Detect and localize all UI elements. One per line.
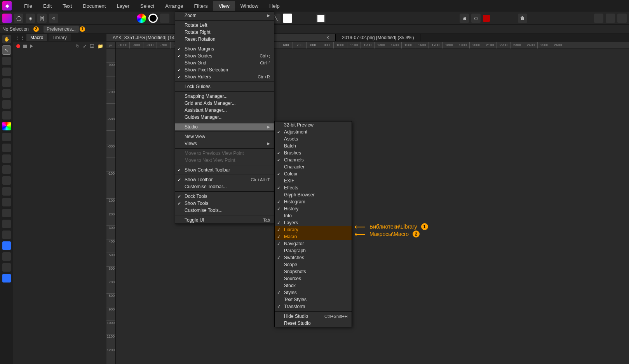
tool-btn[interactable]: ∝ xyxy=(49,14,58,23)
bw-icon[interactable] xyxy=(148,14,158,23)
color-picker-tool[interactable] xyxy=(2,57,11,65)
menu-filters[interactable]: Filters xyxy=(188,1,213,11)
flood-tool[interactable] xyxy=(2,111,11,120)
menu-item-grid-and-axis-manager-[interactable]: Grid and Axis Manager... xyxy=(175,100,274,107)
menu-document[interactable]: Document xyxy=(77,1,111,11)
erase-tool[interactable] xyxy=(2,144,11,152)
node-tool[interactable] xyxy=(2,209,11,217)
menu-item-guides-manager-[interactable]: Guides Manager... xyxy=(175,114,274,121)
shape-tool[interactable] xyxy=(2,220,11,228)
studio-item-transform[interactable]: ✓Transform xyxy=(275,303,352,310)
tool-btn[interactable] xyxy=(316,14,326,23)
studio-item-adjustment[interactable]: ✓Adjustment xyxy=(275,128,352,135)
studio-item-assets[interactable]: Assets xyxy=(275,135,352,142)
text-tool[interactable] xyxy=(2,231,11,239)
menu-item-assistant-manager-[interactable]: Assistant Manager... xyxy=(175,107,274,114)
tab-macro[interactable]: Macro xyxy=(26,34,47,41)
studio-item-character[interactable]: Character xyxy=(275,163,352,170)
record-button[interactable] xyxy=(16,44,20,48)
studio-item-colour[interactable]: ✓Colour xyxy=(275,170,352,177)
drag-handle-icon[interactable]: ⋮⋮ xyxy=(16,35,25,40)
menu-edit[interactable]: Edit xyxy=(38,1,57,11)
reset-icon[interactable]: ↻ xyxy=(76,43,80,49)
menu-item-show-margins[interactable]: ✓Show Margins xyxy=(175,45,274,52)
wand-tool[interactable] xyxy=(2,89,11,98)
menu-arrange[interactable]: Arrange xyxy=(160,1,188,11)
view-tool[interactable] xyxy=(2,263,11,272)
tool-btn[interactable] xyxy=(617,14,627,23)
studio-item-histogram[interactable]: ✓Histogram xyxy=(275,198,352,205)
tab-library[interactable]: Library xyxy=(49,34,71,41)
menu-item-reset-rotation[interactable]: Reset Rotation xyxy=(175,36,274,43)
tool-btn[interactable] xyxy=(160,14,169,23)
studio-item-styles[interactable]: ✓Styles xyxy=(275,289,352,296)
menu-item-zoom[interactable]: Zoom▶ xyxy=(175,12,274,19)
blur-tool[interactable] xyxy=(2,176,11,185)
dodge-tool[interactable] xyxy=(2,165,11,174)
hand-tool[interactable]: ✋ xyxy=(2,35,11,43)
studio-item-exif[interactable]: EXIF xyxy=(275,177,352,184)
studio-item-batch[interactable]: Batch xyxy=(275,142,352,149)
trash-icon[interactable]: 🗑 xyxy=(518,14,527,23)
close-icon[interactable]: × xyxy=(326,35,329,40)
pen-tool[interactable] xyxy=(2,198,11,206)
studio-item-history[interactable]: ✓History xyxy=(275,205,352,212)
mesh-tool[interactable] xyxy=(2,252,11,261)
menu-item-show-tools[interactable]: ✓Show Tools xyxy=(175,200,274,207)
stop-button[interactable] xyxy=(23,45,27,48)
save-icon[interactable]: 🖫 xyxy=(90,43,94,49)
studio-item-stock[interactable]: Stock xyxy=(275,282,352,289)
studio-item-info[interactable]: Info xyxy=(275,212,352,219)
expand-icon[interactable]: ⤢ xyxy=(83,43,87,49)
color-wheel-icon[interactable] xyxy=(137,14,146,23)
menu-item-rotate-left[interactable]: Rotate Left xyxy=(175,22,274,29)
menu-item-show-grid[interactable]: Show GridCtrl+' xyxy=(175,59,274,66)
studio-item-brushes[interactable]: ✓Brushes xyxy=(275,149,352,156)
menu-item-customise-tools-[interactable]: Customise Tools... xyxy=(175,207,274,214)
menu-view[interactable]: View xyxy=(213,1,235,11)
menu-item-show-context-toolbar[interactable]: ✓Show Context Toolbar xyxy=(175,166,274,173)
studio-item-channels[interactable]: ✓Channels xyxy=(275,156,352,163)
tool-btn[interactable]: ◯ xyxy=(14,14,23,23)
document-tab[interactable]: 2019-07-02.png [Modified] (35.3%) xyxy=(336,34,420,41)
gradient-tool[interactable] xyxy=(2,122,11,130)
menu-window[interactable]: Window xyxy=(235,1,264,11)
menu-help[interactable]: Help xyxy=(264,1,285,11)
menu-item-views[interactable]: Views▶ xyxy=(175,140,274,147)
studio-item-library[interactable]: ✓Library xyxy=(275,226,352,233)
menu-select[interactable]: Select xyxy=(135,1,160,11)
clone-tool[interactable] xyxy=(2,154,11,163)
rectangle-tool[interactable] xyxy=(2,241,11,250)
play-button[interactable] xyxy=(30,44,33,48)
menu-text[interactable]: Text xyxy=(57,1,77,11)
studio-item-snapshots[interactable]: Snapshots xyxy=(275,268,352,275)
tool-btn[interactable]: |◊| xyxy=(37,14,47,23)
grid-icon[interactable]: ⊞ xyxy=(460,14,469,23)
retouch-tool[interactable] xyxy=(2,187,11,196)
preferences-button[interactable]: Preferences... xyxy=(44,26,79,33)
tool-btn[interactable]: ▭ xyxy=(471,14,481,23)
paint-tool[interactable] xyxy=(2,133,11,141)
menu-item-show-guides[interactable]: ✓Show GuidesCtrl+; xyxy=(175,52,274,59)
tool-btn[interactable] xyxy=(606,14,615,23)
studio-item-sources[interactable]: Sources xyxy=(275,275,352,282)
menu-item-studio[interactable]: Studio▶ xyxy=(175,123,274,130)
studio-item-layers[interactable]: ✓Layers xyxy=(275,219,352,226)
menu-item-rotate-right[interactable]: Rotate Right xyxy=(175,29,274,36)
persona-icon[interactable] xyxy=(2,14,12,23)
menu-item-dock-tools[interactable]: ✓Dock Tools xyxy=(175,193,274,200)
menu-item-show-pixel-selection[interactable]: ✓Show Pixel Selection xyxy=(175,66,274,73)
tool-btn[interactable] xyxy=(283,14,292,23)
brush-tool[interactable] xyxy=(2,78,11,87)
menu-item-toggle-ui[interactable]: Toggle UITab xyxy=(175,217,274,224)
studio-item-reset-studio[interactable]: Reset Studio xyxy=(275,320,352,327)
menu-layer[interactable]: Layer xyxy=(111,1,135,11)
marquee-tool[interactable] xyxy=(2,100,11,109)
studio-item-text-styles[interactable]: Text Styles xyxy=(275,296,352,303)
studio-item-macro[interactable]: ✓Macro xyxy=(275,233,352,240)
tool-btn[interactable]: ◈ xyxy=(26,14,35,23)
menu-item-snapping-manager-[interactable]: Snapping Manager... xyxy=(175,93,274,100)
studio-item-navigator[interactable]: ✓Navigator xyxy=(275,240,352,247)
studio-item-swatches[interactable]: ✓Swatches xyxy=(275,254,352,261)
crop-tool[interactable] xyxy=(2,68,11,76)
